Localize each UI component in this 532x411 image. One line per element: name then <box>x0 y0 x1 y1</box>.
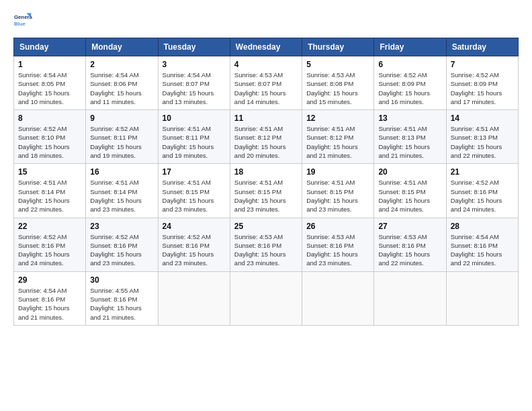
daylight-label: Daylight: 15 hours <box>90 143 142 150</box>
day-info: Sunrise: 4:51 AM Sunset: 8:15 PM Dayligh… <box>378 178 441 214</box>
calendar-body: 1 Sunrise: 4:54 AM Sunset: 8:05 PM Dayli… <box>14 56 519 326</box>
daylight-label: Daylight: 15 hours <box>451 250 502 258</box>
sunrise-label: Sunrise: 4:51 AM <box>234 179 283 186</box>
sunrise-label: Sunrise: 4:52 AM <box>18 125 66 132</box>
sunrise-label: Sunrise: 4:54 AM <box>18 71 66 79</box>
daylight-minutes: and 21 minutes. <box>306 152 352 159</box>
daylight-minutes: and 20 minutes. <box>234 152 280 159</box>
daylight-minutes: and 17 minutes. <box>451 98 496 105</box>
calendar-cell <box>302 271 374 325</box>
calendar-cell: 22 Sunrise: 4:52 AM Sunset: 8:16 PM Dayl… <box>14 218 86 271</box>
day-number: 11 <box>234 113 298 123</box>
sunrise-label: Sunrise: 4:52 AM <box>163 233 211 240</box>
calendar-cell: 8 Sunrise: 4:52 AM Sunset: 8:10 PM Dayli… <box>14 110 86 164</box>
day-number: 29 <box>18 275 81 285</box>
day-number: 3 <box>163 60 226 69</box>
calendar-cell <box>374 271 446 325</box>
sunset-label: Sunset: 8:16 PM <box>18 242 65 249</box>
day-number: 1 <box>18 60 81 69</box>
sunset-label: Sunset: 8:15 PM <box>378 188 425 195</box>
daylight-label: Daylight: 15 hours <box>90 89 142 97</box>
weekday-header-sunday: Sunday <box>14 38 86 56</box>
day-number: 10 <box>163 113 226 123</box>
daylight-label: Daylight: 15 hours <box>163 250 214 258</box>
sunset-label: Sunset: 8:16 PM <box>18 295 65 303</box>
day-info: Sunrise: 4:53 AM Sunset: 8:08 PM Dayligh… <box>306 71 369 106</box>
sunrise-label: Sunrise: 4:52 AM <box>90 233 138 240</box>
calendar-cell: 17 Sunrise: 4:51 AM Sunset: 8:15 PM Dayl… <box>158 164 230 218</box>
daylight-minutes: and 23 minutes. <box>234 259 280 267</box>
day-info: Sunrise: 4:52 AM Sunset: 8:16 PM Dayligh… <box>163 232 226 268</box>
header: General Blue <box>13 11 519 30</box>
day-info: Sunrise: 4:53 AM Sunset: 8:07 PM Dayligh… <box>234 71 298 106</box>
sunset-label: Sunset: 8:14 PM <box>90 188 137 195</box>
daylight-label: Daylight: 15 hours <box>90 304 142 312</box>
calendar-cell: 26 Sunrise: 4:53 AM Sunset: 8:16 PM Dayl… <box>302 218 374 271</box>
sunrise-label: Sunrise: 4:51 AM <box>163 125 211 132</box>
week-row-1: 1 Sunrise: 4:54 AM Sunset: 8:05 PM Dayli… <box>14 56 519 110</box>
day-number: 25 <box>234 222 298 231</box>
daylight-label: Daylight: 15 hours <box>163 197 214 204</box>
sunset-label: Sunset: 8:09 PM <box>378 80 425 87</box>
sunrise-label: Sunrise: 4:53 AM <box>306 71 355 79</box>
week-row-5: 29 Sunrise: 4:54 AM Sunset: 8:16 PM Dayl… <box>14 271 519 325</box>
daylight-label: Daylight: 15 hours <box>378 89 430 97</box>
daylight-minutes: and 15 minutes. <box>306 98 352 105</box>
calendar-cell <box>446 271 518 325</box>
calendar-cell: 18 Sunrise: 4:51 AM Sunset: 8:15 PM Dayl… <box>230 164 302 218</box>
sunrise-label: Sunrise: 4:54 AM <box>18 287 66 294</box>
calendar-cell: 12 Sunrise: 4:51 AM Sunset: 8:12 PM Dayl… <box>302 110 374 164</box>
day-info: Sunrise: 4:54 AM Sunset: 8:16 PM Dayligh… <box>18 286 81 322</box>
sunset-label: Sunset: 8:16 PM <box>451 188 498 195</box>
sunset-label: Sunset: 8:07 PM <box>163 80 210 87</box>
day-number: 28 <box>451 222 514 231</box>
page: General Blue SundayMondayTuesdayWednesda… <box>0 0 532 411</box>
sunrise-label: Sunrise: 4:53 AM <box>234 71 283 79</box>
sunset-label: Sunset: 8:09 PM <box>451 80 498 87</box>
daylight-label: Daylight: 15 hours <box>234 250 286 258</box>
sunset-label: Sunset: 8:16 PM <box>378 242 425 249</box>
sunset-label: Sunset: 8:15 PM <box>163 188 210 195</box>
day-number: 15 <box>18 167 81 177</box>
daylight-label: Daylight: 15 hours <box>234 143 286 150</box>
sunset-label: Sunset: 8:07 PM <box>234 80 281 87</box>
sunrise-label: Sunrise: 4:52 AM <box>451 71 499 79</box>
day-info: Sunrise: 4:52 AM Sunset: 8:09 PM Dayligh… <box>378 71 441 106</box>
sunrise-label: Sunrise: 4:53 AM <box>306 233 355 240</box>
logo-icon: General Blue <box>13 11 32 30</box>
calendar-cell <box>230 271 302 325</box>
day-number: 4 <box>234 60 298 69</box>
daylight-minutes: and 10 minutes. <box>18 98 64 105</box>
day-number: 2 <box>90 60 153 69</box>
daylight-label: Daylight: 15 hours <box>234 197 286 204</box>
weekday-header-thursday: Thursday <box>302 38 374 56</box>
sunrise-label: Sunrise: 4:51 AM <box>378 125 427 132</box>
sunrise-label: Sunrise: 4:54 AM <box>163 71 211 79</box>
calendar-cell: 5 Sunrise: 4:53 AM Sunset: 8:08 PM Dayli… <box>302 56 374 110</box>
daylight-label: Daylight: 15 hours <box>18 250 70 258</box>
sunset-label: Sunset: 8:11 PM <box>163 134 210 141</box>
sunset-label: Sunset: 8:10 PM <box>18 134 65 141</box>
sunset-label: Sunset: 8:16 PM <box>306 242 353 249</box>
calendar-cell: 11 Sunrise: 4:51 AM Sunset: 8:12 PM Dayl… <box>230 110 302 164</box>
daylight-minutes: and 11 minutes. <box>90 98 136 105</box>
calendar-cell: 16 Sunrise: 4:51 AM Sunset: 8:14 PM Dayl… <box>86 164 158 218</box>
calendar-cell: 9 Sunrise: 4:52 AM Sunset: 8:11 PM Dayli… <box>86 110 158 164</box>
calendar: SundayMondayTuesdayWednesdayThursdayFrid… <box>13 38 519 326</box>
daylight-label: Daylight: 15 hours <box>18 89 70 97</box>
daylight-minutes: and 13 minutes. <box>163 98 208 105</box>
day-info: Sunrise: 4:51 AM Sunset: 8:11 PM Dayligh… <box>163 124 226 160</box>
day-info: Sunrise: 4:51 AM Sunset: 8:15 PM Dayligh… <box>234 178 298 214</box>
daylight-label: Daylight: 15 hours <box>306 197 358 204</box>
daylight-label: Daylight: 15 hours <box>90 250 142 258</box>
day-info: Sunrise: 4:53 AM Sunset: 8:16 PM Dayligh… <box>234 232 298 268</box>
sunrise-label: Sunrise: 4:51 AM <box>451 125 499 132</box>
day-info: Sunrise: 4:54 AM Sunset: 8:06 PM Dayligh… <box>90 71 153 106</box>
calendar-cell: 15 Sunrise: 4:51 AM Sunset: 8:14 PM Dayl… <box>14 164 86 218</box>
daylight-label: Daylight: 15 hours <box>90 197 142 204</box>
day-info: Sunrise: 4:51 AM Sunset: 8:13 PM Dayligh… <box>378 124 441 160</box>
calendar-cell: 6 Sunrise: 4:52 AM Sunset: 8:09 PM Dayli… <box>374 56 446 110</box>
day-info: Sunrise: 4:51 AM Sunset: 8:14 PM Dayligh… <box>18 178 81 214</box>
sunrise-label: Sunrise: 4:51 AM <box>378 179 427 186</box>
sunrise-label: Sunrise: 4:55 AM <box>90 287 138 294</box>
